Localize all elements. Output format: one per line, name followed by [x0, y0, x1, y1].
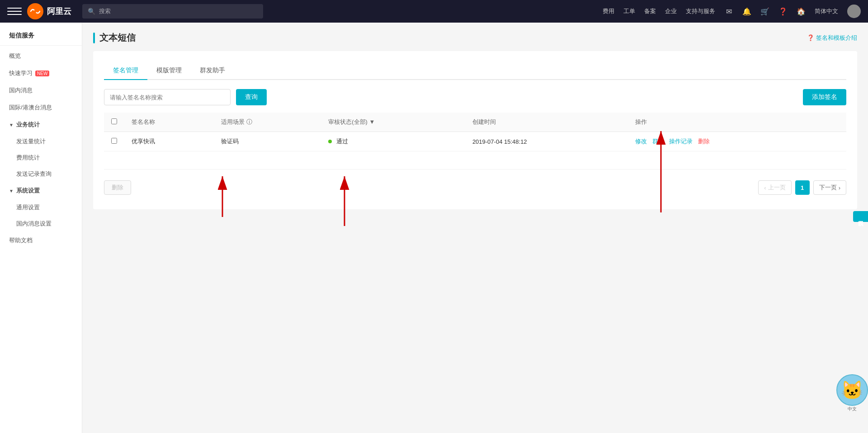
action-bulk-send[interactable]: 群发: [652, 138, 664, 145]
help-link[interactable]: ❓ 签名和模板介绍: [807, 34, 857, 42]
cart-icon[interactable]: 🛒: [760, 7, 769, 16]
col-scene: 适用场景 ⓘ: [214, 113, 321, 132]
float-contact-button[interactable]: 联系我们: [853, 211, 868, 222]
tab-bar: 签名管理 模版管理 群发助手: [104, 62, 846, 80]
nav-enterprise[interactable]: 企业: [665, 7, 677, 15]
sidebar-item-domestic-settings[interactable]: 国内消息设置: [0, 216, 82, 232]
sidebar-item-send-stats[interactable]: 发送量统计: [0, 133, 82, 150]
sidebar-item-international[interactable]: 国际/港澳台消息: [0, 99, 82, 116]
status-text: 通过: [336, 138, 348, 145]
arrow-icon-2: ▼: [9, 188, 14, 193]
action-delete[interactable]: 删除: [698, 138, 710, 145]
message-icon[interactable]: ✉: [724, 7, 733, 16]
toolbar: 查询 添加签名: [104, 89, 846, 105]
user-avatar[interactable]: [847, 5, 861, 18]
sidebar: 短信服务 概览 快速学习 NEW 国内消息 国际/港澳台消息 ▼ 业务统计 发送…: [0, 23, 82, 433]
sidebar-item-quickstart[interactable]: 快速学习 NEW: [0, 65, 82, 82]
logo-text: 阿里云: [47, 6, 71, 17]
sidebar-label-domestic-settings: 国内消息设置: [16, 220, 52, 227]
main-content: 文本短信 ❓ 签名和模板介绍 签名管理 模版管理: [82, 23, 868, 218]
prev-page-button[interactable]: ‹ 上一页: [758, 180, 791, 195]
question-circle-icon: ❓: [807, 34, 814, 41]
sidebar-label-cost-stats: 费用统计: [16, 154, 40, 161]
row-name: 优享快讯: [124, 132, 214, 151]
language-switch[interactable]: 简体中文: [815, 7, 838, 15]
col-status: 审核状态(全部) ▼: [321, 113, 465, 132]
col-created: 创建时间: [465, 113, 628, 132]
sidebar-section-settings[interactable]: ▼ 系统设置: [0, 182, 82, 199]
float-mascot[interactable]: 🐱 中文: [836, 374, 868, 406]
chevron-right-icon: ›: [839, 184, 840, 191]
sidebar-label-general: 通用设置: [16, 204, 40, 211]
top-nav: 阿里云 🔍 搜索 费用 工单 备案 企业 支持与服务 ✉ 🔔 🛒 ❓ 🏠 简体中…: [0, 0, 868, 23]
sidebar-label-quickstart: 快速学习: [9, 69, 33, 77]
tab-signature[interactable]: 签名管理: [104, 62, 147, 80]
nav-icp[interactable]: 备案: [644, 7, 656, 15]
signatures-table: 签名名称 适用场景 ⓘ 审核状态(全部) ▼ 创建时间: [104, 113, 846, 169]
hamburger-button[interactable]: [7, 4, 22, 19]
mascot-label: 中文: [836, 406, 868, 412]
home-icon[interactable]: 🏠: [797, 7, 806, 16]
sidebar-label-stats: 业务统计: [16, 121, 40, 129]
sidebar-label-domestic: 国内消息: [9, 86, 33, 94]
signature-search-input[interactable]: [104, 89, 231, 105]
help-link-text: 签名和模板介绍: [816, 34, 857, 42]
mascot-icon: 🐱: [841, 380, 863, 401]
sidebar-item-domestic[interactable]: 国内消息: [0, 82, 82, 99]
row-checkbox[interactable]: [111, 138, 117, 144]
sidebar-service-title: 短信服务: [0, 26, 82, 46]
new-badge: NEW: [35, 71, 49, 76]
sidebar-item-send-log[interactable]: 发送记录查询: [0, 166, 82, 182]
page-title-wrapper: 文本短信: [93, 32, 136, 44]
table-row: 优享快讯 验证码 通过 2019-07-04 15:48:12 修改 群发: [104, 132, 846, 151]
empty-row: [104, 151, 846, 169]
pagination: ‹ 上一页 1 下一页 ›: [758, 180, 846, 195]
action-edit[interactable]: 修改: [635, 138, 647, 145]
next-page-button[interactable]: 下一页 ›: [813, 180, 846, 195]
page-title: 文本短信: [99, 32, 136, 44]
row-actions: 修改 群发 操作记录 删除: [628, 132, 846, 151]
nav-tickets[interactable]: 工单: [623, 7, 635, 15]
header-checkbox-cell: [104, 113, 124, 132]
logo-icon: [27, 3, 43, 19]
bottom-bar: 删除 ‹ 上一页 1 下一页 ›: [104, 177, 846, 198]
sidebar-label-settings: 系统设置: [16, 187, 40, 195]
svg-point-0: [34, 10, 37, 13]
query-button[interactable]: 查询: [236, 89, 267, 105]
nav-fees[interactable]: 费用: [603, 7, 614, 15]
bulk-delete-button[interactable]: 删除: [104, 180, 131, 195]
main-wrapper: 文本短信 ❓ 签名和模板介绍 签名管理 模版管理: [82, 23, 868, 433]
sidebar-item-docs[interactable]: 帮助文档: [0, 232, 82, 249]
add-signature-button[interactable]: 添加签名: [803, 89, 846, 105]
status-dot-success: [328, 140, 332, 143]
row-scene: 验证码: [214, 132, 321, 151]
search-placeholder: 搜索: [99, 7, 111, 15]
search-icon: 🔍: [88, 8, 95, 15]
sidebar-item-general-settings[interactable]: 通用设置: [0, 199, 82, 216]
row-status: 通过: [321, 132, 465, 151]
help-icon[interactable]: ❓: [778, 7, 788, 16]
tab-template[interactable]: 模版管理: [147, 62, 191, 80]
top-nav-right: 费用 工单 备案 企业 支持与服务 ✉ 🔔 🛒 ❓ 🏠 简体中文: [603, 5, 861, 18]
nav-support[interactable]: 支持与服务: [686, 7, 715, 15]
mascot-image: 🐱: [836, 374, 868, 406]
action-log[interactable]: 操作记录: [669, 138, 693, 145]
sidebar-item-overview[interactable]: 概览: [0, 47, 82, 65]
title-bar-decoration: [93, 33, 95, 43]
select-all-checkbox[interactable]: [111, 118, 117, 124]
current-page: 1: [795, 180, 810, 195]
logo: 阿里云: [27, 3, 71, 19]
sidebar-section-stats[interactable]: ▼ 业务统计: [0, 116, 82, 133]
sidebar-label-international: 国际/港澳台消息: [9, 104, 52, 112]
sidebar-label-docs: 帮助文档: [9, 236, 33, 245]
page-header: 文本短信 ❓ 签名和模板介绍: [93, 32, 857, 44]
sidebar-label-send-log: 发送记录查询: [16, 170, 52, 177]
sidebar-item-cost-stats[interactable]: 费用统计: [0, 150, 82, 166]
table-header-row: 签名名称 适用场景 ⓘ 审核状态(全部) ▼ 创建时间: [104, 113, 846, 132]
search-bar[interactable]: 🔍 搜索: [82, 4, 263, 19]
tab-bulk-send[interactable]: 群发助手: [191, 62, 234, 80]
sidebar-label-overview: 概览: [9, 52, 21, 60]
bell-icon[interactable]: 🔔: [742, 7, 751, 16]
toolbar-left: 查询: [104, 89, 267, 105]
chevron-left-icon: ‹: [764, 184, 766, 191]
